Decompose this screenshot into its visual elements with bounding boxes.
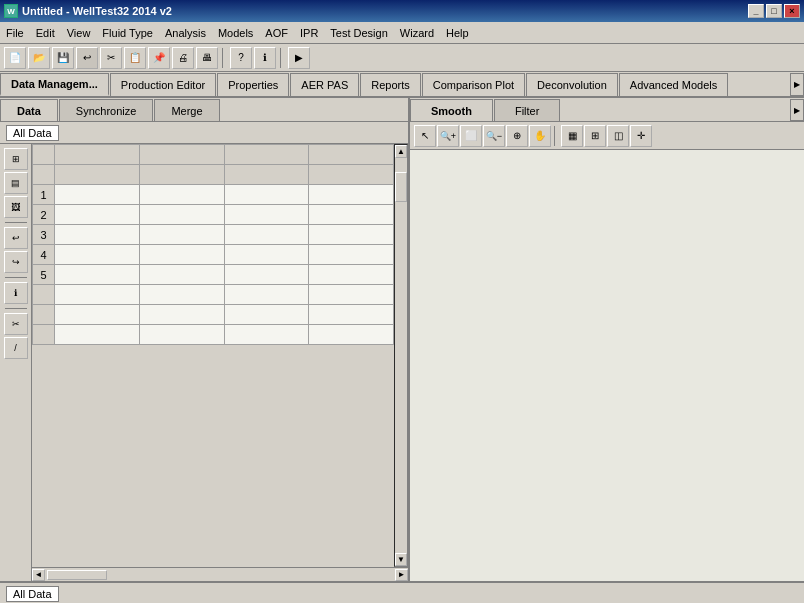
table-row[interactable] (33, 285, 394, 305)
scroll-down-arrow[interactable]: ▼ (395, 553, 407, 566)
tb-paste[interactable]: 📌 (148, 47, 170, 69)
minimize-button[interactable]: _ (748, 4, 764, 18)
menu-edit[interactable]: Edit (30, 25, 61, 41)
tab-production-editor[interactable]: Production Editor (110, 73, 216, 96)
menu-help[interactable]: Help (440, 25, 475, 41)
right-panel: Smooth Filter ▶ ↖ 🔍+ ⬜ 🔍− ⊕ ✋ ▦ ⊞ ◫ ✛ (410, 98, 804, 581)
main-content-area: Data Synchronize Merge All Data ⊞ ▤ 🖼 ↩ (0, 98, 804, 581)
horizontal-scrollbar[interactable]: ◄ ► (32, 567, 408, 581)
rt-pan[interactable]: ✋ (529, 125, 551, 147)
lt-slope-tool[interactable]: / (4, 337, 28, 359)
table-row[interactable]: 3 (33, 225, 394, 245)
vertical-scrollbar[interactable]: ▲ ▼ (394, 144, 408, 567)
rt-zoom-in[interactable]: 🔍+ (437, 125, 459, 147)
left-panel: Data Synchronize Merge All Data ⊞ ▤ 🖼 ↩ (0, 98, 410, 581)
tb-open[interactable]: 📂 (28, 47, 50, 69)
scroll-right-arrow[interactable]: ► (395, 569, 408, 581)
menu-file[interactable]: File (0, 25, 30, 41)
tb-run[interactable]: ▶ (288, 47, 310, 69)
rt-sep-1 (554, 126, 558, 146)
tb-copy[interactable]: 📋 (124, 47, 146, 69)
lt-redo-tool[interactable]: ↪ (4, 251, 28, 273)
tb-new[interactable]: 📄 (4, 47, 26, 69)
sub-tab-synchronize[interactable]: Synchronize (59, 99, 154, 121)
menu-fluid-type[interactable]: Fluid Type (96, 25, 159, 41)
rt-grid2[interactable]: ⊞ (584, 125, 606, 147)
main-toolbar: 📄 📂 💾 ↩ ✂ 📋 📌 🖨 🖶 ? ℹ ▶ (0, 44, 804, 72)
rt-grid-view[interactable]: ▦ (561, 125, 583, 147)
tab-data-management[interactable]: Data Managem... (0, 73, 109, 96)
lt-sep-1 (5, 222, 27, 223)
table-row[interactable]: 4 (33, 245, 394, 265)
scroll-thumb[interactable] (395, 172, 407, 202)
tab-properties[interactable]: Properties (217, 73, 289, 96)
rt-zoom-full[interactable]: ⊕ (506, 125, 528, 147)
left-panel-body: ⊞ ▤ 🖼 ↩ ↪ ℹ ✂ / (0, 144, 408, 581)
left-vertical-toolbar: ⊞ ▤ 🖼 ↩ ↪ ℹ ✂ / (0, 144, 32, 581)
data-table: 1 2 (32, 144, 408, 567)
tab-comparison-plot[interactable]: Comparison Plot (422, 73, 525, 96)
table-row[interactable] (33, 325, 394, 345)
window-title: Untitled - WellTest32 2014 v2 (22, 5, 172, 17)
data-table-element: 1 2 (32, 144, 394, 345)
menu-wizard[interactable]: Wizard (394, 25, 440, 41)
lt-info-tool[interactable]: ℹ (4, 282, 28, 304)
window-controls: _ □ × (748, 4, 800, 18)
tab-aer-pas[interactable]: AER PAS (290, 73, 359, 96)
tab-scroll-arrow[interactable]: ▶ (790, 73, 804, 96)
maximize-button[interactable]: □ (766, 4, 782, 18)
table-row[interactable]: 2 (33, 205, 394, 225)
menu-aof[interactable]: AOF (259, 25, 294, 41)
tab-advanced-models[interactable]: Advanced Models (619, 73, 728, 96)
tb-undo[interactable]: ↩ (76, 47, 98, 69)
table-row[interactable] (33, 305, 394, 325)
tb-cut[interactable]: ✂ (100, 47, 122, 69)
toolbar-sep-1 (222, 48, 226, 68)
tb-help[interactable]: ? (230, 47, 252, 69)
rt-copy-view[interactable]: ◫ (607, 125, 629, 147)
menu-models[interactable]: Models (212, 25, 259, 41)
table-row[interactable]: 1 (33, 185, 394, 205)
sub-tab-merge[interactable]: Merge (154, 99, 219, 121)
right-sub-tab-arrow[interactable]: ▶ (790, 99, 804, 121)
tab-reports[interactable]: Reports (360, 73, 421, 96)
app-icon: W (4, 4, 18, 18)
title-bar: W Untitled - WellTest32 2014 v2 _ □ × (0, 0, 804, 22)
tb-info[interactable]: ℹ (254, 47, 276, 69)
right-canvas-area (410, 150, 804, 581)
tab-deconvolution[interactable]: Deconvolution (526, 73, 618, 96)
tb-save[interactable]: 💾 (52, 47, 74, 69)
lt-grid-tool[interactable]: ⊞ (4, 148, 28, 170)
rt-zoom-out[interactable]: 🔍− (483, 125, 505, 147)
rt-crosshair[interactable]: ✛ (630, 125, 652, 147)
menu-analysis[interactable]: Analysis (159, 25, 212, 41)
menu-bar: File Edit View Fluid Type Analysis Model… (0, 22, 804, 44)
lt-sep-3 (5, 308, 27, 309)
bottom-all-data-bar: All Data (0, 583, 804, 603)
top-tab-strip: Data Managem... Production Editor Proper… (0, 72, 804, 98)
scroll-up-arrow[interactable]: ▲ (395, 145, 407, 158)
sub-tab-data[interactable]: Data (0, 99, 58, 121)
table-row[interactable]: 5 (33, 265, 394, 285)
tb-print[interactable]: 🖨 (172, 47, 194, 69)
lt-cut-tool[interactable]: ✂ (4, 313, 28, 335)
menu-view[interactable]: View (61, 25, 97, 41)
right-toolbar: ↖ 🔍+ ⬜ 🔍− ⊕ ✋ ▦ ⊞ ◫ ✛ (410, 122, 804, 150)
menu-ipr[interactable]: IPR (294, 25, 324, 41)
right-sub-tab-smooth[interactable]: Smooth (410, 99, 493, 121)
all-data-label-bar: All Data (0, 122, 408, 144)
rt-zoom-rect[interactable]: ⬜ (460, 125, 482, 147)
bottom-all-data-badge: All Data (6, 586, 59, 602)
menu-test-design[interactable]: Test Design (324, 25, 393, 41)
scroll-h-thumb[interactable] (47, 570, 107, 580)
right-sub-tab-filter[interactable]: Filter (494, 99, 560, 121)
lt-image-tool[interactable]: 🖼 (4, 196, 28, 218)
tb-print2[interactable]: 🖶 (196, 47, 218, 69)
lt-table-tool[interactable]: ▤ (4, 172, 28, 194)
lt-undo-tool[interactable]: ↩ (4, 227, 28, 249)
rt-select[interactable]: ↖ (414, 125, 436, 147)
scroll-left-arrow[interactable]: ◄ (32, 569, 45, 581)
close-button[interactable]: × (784, 4, 800, 18)
bottom-panel: All Data ↖ 🔍+ ⬜ 🔍− ⊕ ✂ ⊞ ≡ ◫ 💬 ⊙ ↓ ∘ ✛ 📊… (0, 581, 804, 603)
right-sub-tab-row: Smooth Filter ▶ (410, 98, 804, 122)
